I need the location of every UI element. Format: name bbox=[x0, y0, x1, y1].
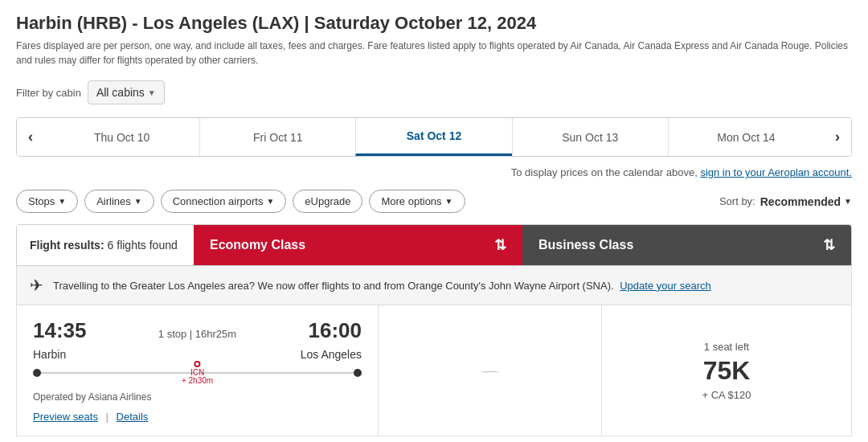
stops-filter-btn[interactable]: Stops ▼ bbox=[16, 190, 78, 213]
arrive-time: 16:00 bbox=[308, 318, 362, 343]
destination-label: Los Angeles bbox=[301, 348, 362, 361]
airlines-chevron-icon: ▼ bbox=[134, 197, 142, 206]
business-sort-icon: ⇅ bbox=[823, 236, 835, 254]
travel-notice: ✈ Travelling to the Greater Los Angeles … bbox=[16, 266, 852, 305]
date-tab-fri[interactable]: Fri Oct 11 bbox=[199, 118, 355, 156]
disclaimer: Fares displayed are per person, one way,… bbox=[16, 39, 852, 68]
results-header: Flight results: 6 flights found Economy … bbox=[16, 224, 852, 266]
route-line-segment: ICN + 2h30m bbox=[41, 372, 354, 374]
page-title: Harbin (HRB) - Los Angeles (LAX) | Satur… bbox=[16, 13, 852, 34]
cabin-filter-chevron: ▼ bbox=[148, 88, 156, 97]
date-tab-sat[interactable]: Sat Oct 12 bbox=[355, 118, 511, 156]
stop-info: 1 stop | 16hr25m bbox=[158, 328, 236, 340]
date-nav: ‹ Thu Oct 10 Fri Oct 11 Sat Oct 12 Sun O… bbox=[16, 117, 852, 157]
more-options-chevron-icon: ▼ bbox=[445, 197, 453, 206]
connection-airports-filter-btn[interactable]: Connection airports ▼ bbox=[161, 190, 287, 213]
date-next-arrow[interactable]: › bbox=[824, 118, 851, 156]
more-options-filter-btn[interactable]: More options ▼ bbox=[369, 190, 465, 213]
stop-extra: + 2h30m bbox=[182, 377, 213, 385]
flight-card: 14:35 1 stop | 16hr25m 16:00 Harbin Los … bbox=[16, 305, 852, 436]
flight-info: 14:35 1 stop | 16hr25m 16:00 Harbin Los … bbox=[17, 305, 379, 436]
connection-airports-chevron-icon: ▼ bbox=[266, 197, 274, 206]
flight-route: Harbin Los Angeles ICN + 2h30m Operated … bbox=[33, 348, 362, 423]
plane-icon: ✈ bbox=[30, 276, 43, 295]
cabin-filter-select[interactable]: All cabins ▼ bbox=[88, 80, 165, 104]
sort-by-label: Sort by: bbox=[719, 195, 755, 207]
flight-middle-dash: — bbox=[379, 305, 602, 436]
sort-row: Sort by: Recommended ▼ bbox=[719, 195, 852, 208]
flight-links: Preview seats | Details bbox=[33, 411, 362, 423]
date-tab-sun[interactable]: Sun Oct 13 bbox=[512, 118, 668, 156]
date-tab-thu[interactable]: Thu Oct 10 bbox=[44, 118, 199, 156]
update-search-link[interactable]: Update your search bbox=[620, 280, 710, 292]
date-tab-mon[interactable]: Mon Oct 14 bbox=[668, 118, 824, 156]
sort-select[interactable]: Recommended ▼ bbox=[760, 195, 852, 208]
stops-chevron-icon: ▼ bbox=[58, 197, 66, 206]
details-link[interactable]: Details bbox=[117, 411, 149, 423]
price-cash: + CA $120 bbox=[702, 389, 751, 401]
results-count: Flight results: 6 flights found bbox=[17, 225, 194, 265]
origin-label: Harbin bbox=[33, 348, 66, 361]
aeroplan-notice: To display prices on the calendar above,… bbox=[16, 166, 852, 178]
economy-sort-icon: ⇅ bbox=[494, 236, 506, 254]
preview-seats-link[interactable]: Preview seats bbox=[33, 411, 98, 423]
aeroplan-signin-link[interactable]: sign in to your Aeroplan account. bbox=[700, 166, 852, 178]
eupgrade-filter-btn[interactable]: eUpgrade bbox=[293, 190, 362, 213]
economy-class-tab[interactable]: Economy Class ⇅ bbox=[194, 225, 522, 265]
seats-left: 1 seat left bbox=[704, 341, 749, 353]
date-prev-arrow[interactable]: ‹ bbox=[17, 118, 44, 156]
destination-dot bbox=[354, 369, 362, 377]
operated-by: Operated by Asiana Airlines bbox=[33, 391, 362, 403]
stop-marker: ICN + 2h30m bbox=[182, 361, 213, 385]
business-class-tab[interactable]: Business Class ⇅ bbox=[522, 225, 851, 265]
filter-cabin-label: Filter by cabin bbox=[16, 87, 81, 99]
price-points: 75K bbox=[703, 356, 751, 386]
airlines-filter-btn[interactable]: Airlines ▼ bbox=[84, 190, 154, 213]
sort-chevron-icon: ▼ bbox=[844, 197, 852, 206]
depart-time: 14:35 bbox=[33, 318, 87, 343]
origin-dot bbox=[33, 369, 41, 377]
flight-price: 1 seat left 75K + CA $120 bbox=[602, 305, 851, 436]
